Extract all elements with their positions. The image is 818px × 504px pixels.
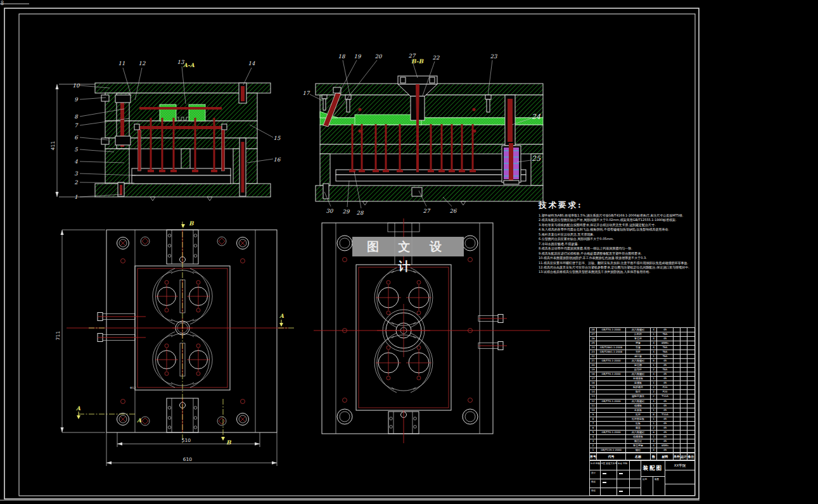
section-view-bb: 17 18 19 20 27 22 23 24 25 30 29 28 27 2…: [303, 53, 543, 216]
svg-text:B: B: [189, 220, 195, 227]
callout-28: 28: [357, 210, 364, 216]
designer-label: 设计: [591, 472, 596, 474]
dim-411: 411: [50, 84, 95, 197]
callout-30: 30: [326, 208, 333, 214]
technical-requirement-line: 4.装入模具的各零件均需去毛刺飞边,棱角倒钝,不得有磕碰划伤等缺陷,以免影响模具…: [539, 227, 691, 232]
technical-requirement-line: 3.导柱导套与模板的配合按图纸要求,保证开合模运动灵活无卡滞,达到规定配合尺寸.: [539, 223, 691, 227]
technical-requirement-line: 6.分型面闭合后应紧密贴合,局部间隙不大于0.05mm.: [539, 237, 691, 241]
bom-row: 15型腔镶件2P20: [590, 386, 694, 390]
bom-row: 23GB/T2861.1-2008导柱4T8A: [590, 350, 694, 355]
bom-row: 9推杆8T10A: [590, 413, 694, 417]
bom-row: 19斜导柱2T8A: [590, 368, 694, 372]
qty-label: 数量: [655, 478, 659, 481]
bom-row: 6垫块245: [590, 426, 694, 431]
bom-row: 8推杆固定板145: [590, 417, 694, 422]
bom-row: 5GB/T70.1-2000内六角螺钉645: [590, 431, 694, 435]
callout-3: 3: [74, 170, 78, 177]
scale-label: 比例: [642, 478, 647, 481]
spring-assembly: [502, 143, 521, 184]
signature-mark: [619, 473, 623, 474]
technical-requirements: 技术要求: 1.塑件材料为ABS,收缩率取1.5%,浇注系统尺寸按GB/T416…: [539, 200, 691, 275]
svg-text:A: A: [136, 417, 142, 424]
bom-row: 26复位杆445: [590, 337, 694, 341]
callout-29: 29: [343, 208, 350, 215]
section-view-aa: 411 1 2 3 4 5 6 7 8 9 10 11 12 13 14 15 …: [50, 59, 281, 201]
callout-2: 2: [74, 179, 78, 186]
bom-row: 22浇口套1T8A: [590, 355, 694, 359]
dim-711: 711: [55, 230, 105, 432]
bom-row: 27拉料杆1T8A: [590, 332, 694, 337]
technical-requirement-line: 1.塑件材料为ABS,收缩率取1.5%,浇注系统尺寸按GB/T4169.1-20…: [539, 213, 691, 218]
bom-row: 24GB/T2861.1-2008导套4T8A: [590, 346, 694, 350]
technical-requirement-line: 13.试模合格后将模具分型面及型腔表面清洗干净并涂防锈油,入库保存备用待检.: [539, 270, 691, 274]
bom-row: 4动模座板145: [590, 435, 694, 439]
technical-requirement-line: 11.模具应设置吊环螺钉便于起吊、运输、翻转安装及拆卸,注意平衡不得出现倾斜以免…: [539, 261, 691, 265]
technical-requirement-line: 5.推杆及复位杆应运动灵活,无卡滞现象.: [539, 232, 691, 237]
bom-row: 14型芯2P20: [590, 390, 694, 394]
callout-14: 14: [248, 60, 255, 66]
bom-row: 2复位弹簧465Mn: [590, 444, 694, 448]
callout-9: 9: [74, 96, 79, 103]
svg-text:510: 510: [182, 438, 191, 443]
callout-6: 6: [74, 134, 79, 141]
drawing-title: 装配图: [641, 465, 665, 472]
callout-11: 11: [118, 60, 125, 66]
callout-17: 17: [303, 90, 310, 96]
bom-row: 20定位圈145: [590, 363, 694, 368]
bom-row: 28GB/T70.1-2000内六角螺钉445: [590, 328, 694, 332]
bom-row: 21GB/T70.1-2000内六角螺钉645: [590, 359, 694, 363]
bom-row: 16定模板145: [590, 381, 694, 386]
callout-7: 7: [74, 122, 79, 129]
signature-mark: [603, 473, 606, 474]
technical-requirements-title: 技术要求:: [539, 200, 691, 211]
callout-20: 20: [375, 53, 382, 60]
callout-16: 16: [274, 156, 281, 163]
signature-mark: [619, 491, 623, 492]
bom-row: 11动模板145: [590, 404, 694, 408]
technical-requirement-line: 10.模具外表面需涂防锈油防护,非工作表面涂红色油漆,喷涂层厚度不大于0.3.: [539, 256, 691, 260]
callout-10: 10: [73, 82, 80, 89]
callout-8: 8: [74, 113, 78, 120]
bom-row: 10支承板145: [590, 408, 694, 413]
bom-row: 12GB/T70.1-2000内六角螺钉445: [590, 400, 694, 404]
callout-27-bottom: 27: [423, 208, 431, 214]
svg-text:B: B: [226, 439, 232, 446]
callout-18: 18: [338, 53, 345, 60]
callout-22: 22: [433, 54, 440, 61]
dim-510: 510: [117, 432, 260, 447]
bom-row: 7推板145: [590, 422, 694, 426]
bom-row: 18GB/T70.1-2000内六角螺钉445: [590, 372, 694, 377]
bom-table: 28GB/T70.1-2000内六角螺钉445 27拉料杆1T8A 26复位杆4…: [589, 327, 695, 453]
signature-mark: [603, 482, 606, 483]
sheet-corner-mark: 8: [1, 1, 4, 6]
plan-view-moving-half: A A A B B 510 610 711: [55, 220, 295, 466]
bom-header: 序号代号名称数量材料单件总计备注: [589, 453, 695, 460]
bom-row: 13侧型芯滑块2T10A: [590, 394, 694, 399]
technical-requirement-line: 9.模具装配后应进行试模检验,不合格处需调整修配直至塑件符合图纸要求.: [539, 251, 691, 256]
bom-row: 17定模座板145: [590, 377, 694, 381]
cooling-connectors-left: [98, 313, 146, 342]
revision-row-labels: 标记 处数 分区 更改文件号 签名 日期: [591, 462, 640, 465]
technical-requirement-line: 7.冷却水路应畅通,不得渗漏.: [539, 242, 691, 246]
section-label-bb: B-B: [411, 58, 425, 65]
svg-text:A: A: [75, 405, 81, 412]
callout-5: 5: [74, 146, 78, 153]
title-block: 标记 处数 分区 更改文件号 签名 日期 设计 校核 审核 装配图 比例 数量 …: [589, 460, 695, 496]
svg-text:610: 610: [183, 457, 193, 462]
callout-1: 1: [74, 194, 77, 200]
callout-12: 12: [139, 60, 146, 66]
cad-drawing-sheet: { "sheet": {"mark": "8"}, "aa": { "label…: [0, 0, 818, 504]
dim-411-text: 411: [50, 141, 56, 151]
callout-4: 4: [74, 158, 78, 165]
technical-requirement-line: 2.模具装配后分型面应贴合严密,局部间隙不大于0.02mm,模架采用GB/T12…: [539, 218, 691, 222]
section-label-aa: A-A: [182, 62, 195, 68]
callout-24: 24: [532, 113, 541, 121]
organization: XX学院: [665, 463, 694, 468]
svg-text:711: 711: [55, 331, 61, 341]
reviewer-label: 审核: [591, 489, 596, 492]
callout-19: 19: [354, 53, 362, 60]
checker-label: 校核: [591, 481, 596, 483]
technical-requirement-line: 12.模具闭合高度及安装尺寸应符合注塑机参数要求,定位圈与注塑机定位孔间隙配合,…: [539, 265, 691, 270]
dim-610: 610: [106, 432, 277, 466]
callout-15: 15: [274, 135, 281, 141]
